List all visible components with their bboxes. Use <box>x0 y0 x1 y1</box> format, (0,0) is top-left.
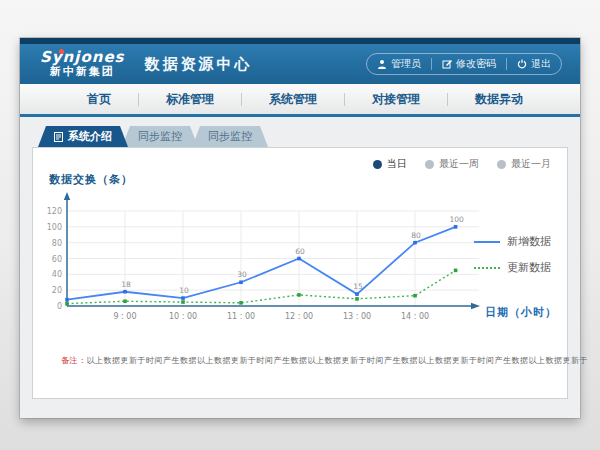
chart-legend: 新增数据 更新数据 <box>474 234 551 275</box>
tab-label: 系统介绍 <box>68 129 112 144</box>
svg-text:80: 80 <box>52 239 62 248</box>
radio-icon <box>497 160 506 169</box>
legend-label: 更新数据 <box>507 260 551 275</box>
app-header: Synjones 新中新集团 数据资源中心 管理员 修改密码 <box>20 44 580 84</box>
svg-text:60: 60 <box>295 247 305 256</box>
svg-text:18: 18 <box>121 280 131 289</box>
user-menu-label: 管理员 <box>391 57 421 71</box>
legend-item-new-data[interactable]: 新增数据 <box>474 234 551 249</box>
user-menu-label: 退出 <box>531 57 551 71</box>
svg-text:100: 100 <box>47 223 62 232</box>
user-icon <box>377 59 387 69</box>
legend-line-dotted <box>474 267 500 269</box>
svg-text:40: 40 <box>52 270 62 279</box>
logo-text-cn: 新中新集团 <box>50 65 115 78</box>
svg-text:10: 10 <box>179 286 189 295</box>
nav-item-interface-mgmt[interactable]: 对接管理 <box>345 91 447 108</box>
time-range-filter: 当日 最近一周 最近一月 <box>373 157 551 171</box>
svg-text:15: 15 <box>353 282 363 291</box>
svg-text:11 : 00: 11 : 00 <box>227 312 255 321</box>
content-panel: 当日 最近一周 最近一月 数据交换（条） 0204060801001209 : … <box>32 147 568 399</box>
legend-item-updated-data[interactable]: 更新数据 <box>474 260 551 275</box>
y-axis-title: 数据交换（条） <box>49 172 133 187</box>
footer-note: 备注：以上数据更新于时间产生数据以上数据更新于时间产生数据以上数据更新于时间产生… <box>61 355 588 366</box>
svg-text:60: 60 <box>52 255 62 264</box>
change-password-button[interactable]: 修改密码 <box>432 54 506 74</box>
note-prefix: 备注： <box>61 356 87 365</box>
x-axis-title: 日期（小时） <box>485 305 557 320</box>
svg-text:10 : 00: 10 : 00 <box>169 312 197 321</box>
tab-label: 同步监控 <box>208 129 252 144</box>
radio-icon <box>425 160 434 169</box>
radio-last-week[interactable]: 最近一周 <box>425 157 479 171</box>
svg-text:100: 100 <box>449 215 464 224</box>
company-logo: Synjones 新中新集团 <box>40 50 125 78</box>
radio-label: 最近一月 <box>511 157 551 171</box>
power-icon <box>517 59 527 69</box>
svg-text:12 : 00: 12 : 00 <box>285 312 313 321</box>
legend-line-solid <box>474 241 500 243</box>
nav-item-home[interactable]: 首页 <box>60 91 138 108</box>
svg-text:13 : 00: 13 : 00 <box>343 312 371 321</box>
svg-text:120: 120 <box>47 207 62 216</box>
svg-text:30: 30 <box>237 270 247 279</box>
logo-text-en: Synjones <box>40 50 125 65</box>
legend-label: 新增数据 <box>507 234 551 249</box>
radio-icon <box>373 160 382 169</box>
radio-label: 最近一周 <box>439 157 479 171</box>
edit-icon <box>442 59 452 69</box>
line-chart: 0204060801001209 : 0010 : 0011 : 0012 : … <box>37 188 487 342</box>
tab-system-intro[interactable]: 系统介绍 <box>38 126 128 147</box>
svg-text:9 : 00: 9 : 00 <box>113 312 136 321</box>
user-menu-label: 修改密码 <box>456 57 496 71</box>
svg-text:14 : 00: 14 : 00 <box>401 312 429 321</box>
admin-user-button[interactable]: 管理员 <box>367 54 431 74</box>
tab-sync-monitor-2[interactable]: 同步监控 <box>192 126 268 147</box>
document-icon <box>54 132 63 142</box>
nav-item-standard-mgmt[interactable]: 标准管理 <box>139 91 241 108</box>
svg-text:80: 80 <box>411 231 421 240</box>
nav-item-data-change[interactable]: 数据异动 <box>448 91 550 108</box>
svg-text:20: 20 <box>52 286 62 295</box>
radio-label: 当日 <box>387 157 407 171</box>
main-nav: 首页 标准管理 系统管理 对接管理 数据异动 <box>20 84 580 117</box>
app-window: Synjones 新中新集团 数据资源中心 管理员 修改密码 <box>20 38 580 418</box>
radio-today[interactable]: 当日 <box>373 157 407 171</box>
svg-text:0: 0 <box>57 302 62 311</box>
logout-button[interactable]: 退出 <box>507 54 561 74</box>
tab-sync-monitor-1[interactable]: 同步监控 <box>122 126 198 147</box>
logo-accent-dot <box>59 49 64 54</box>
page-title: 数据资源中心 <box>145 55 253 74</box>
tab-bar: 系统介绍 同步监控 同步监控 <box>38 126 262 147</box>
note-text: 以上数据更新于时间产生数据以上数据更新于时间产生数据以上数据更新于时间产生数据以… <box>87 356 589 365</box>
nav-item-system-mgmt[interactable]: 系统管理 <box>242 91 344 108</box>
tab-label: 同步监控 <box>138 129 182 144</box>
user-menu: 管理员 修改密码 退出 <box>366 53 562 75</box>
radio-last-month[interactable]: 最近一月 <box>497 157 551 171</box>
